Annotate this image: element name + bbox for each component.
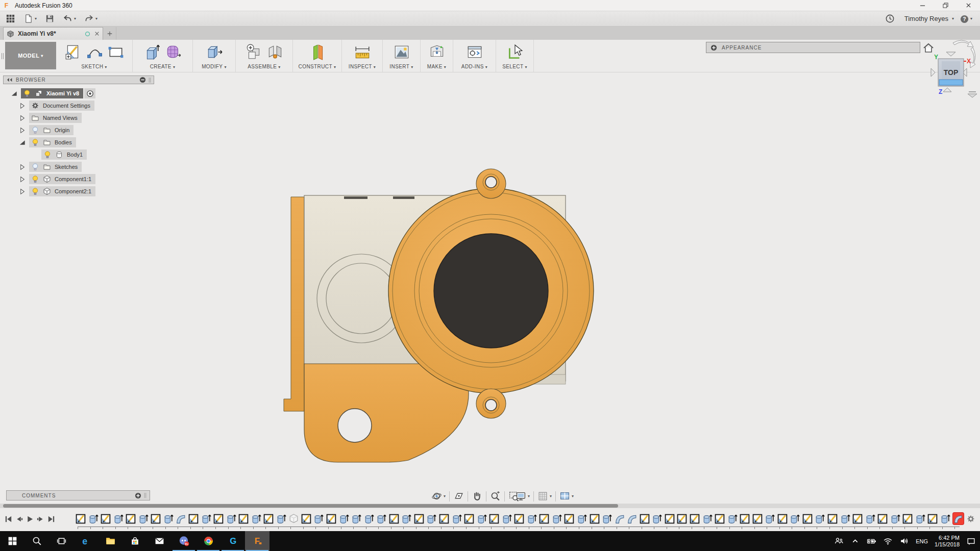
- expand-closed-icon[interactable]: [18, 176, 26, 183]
- timeline-feature-extrude[interactable]: [652, 513, 663, 524]
- workspace-switcher[interactable]: MODEL▾: [5, 42, 56, 69]
- timeline-feature-fillet-selected[interactable]: [953, 513, 964, 524]
- tree-item-chip[interactable]: Bodies: [29, 137, 76, 147]
- visibility-bulb-on-icon[interactable]: [23, 89, 31, 97]
- undo-button[interactable]: ▾: [60, 13, 79, 25]
- horizontal-scrollbar-thumb[interactable]: [3, 504, 618, 508]
- tree-item-chip[interactable]: Xiaomi Yi v8: [21, 88, 83, 98]
- taskbar-discord-button[interactable]: 9+: [172, 531, 196, 551]
- timeline-feature-extrude[interactable]: [376, 513, 387, 524]
- timeline-feature-extrude[interactable]: [890, 513, 901, 524]
- timeline-feature-extrude[interactable]: [840, 513, 851, 524]
- timeline-ruler[interactable]: [78, 527, 960, 529]
- timeline-feature-extrude[interactable]: [865, 513, 876, 524]
- timeline-feature-sketch[interactable]: [101, 513, 111, 524]
- remove-panel-icon[interactable]: [139, 77, 146, 83]
- timeline-feature-extrude[interactable]: [502, 513, 512, 524]
- visibility-bulb-off-icon[interactable]: [31, 126, 39, 134]
- zoom-button[interactable]: [488, 490, 503, 503]
- new-component-icon[interactable]: [244, 42, 263, 62]
- comments-grip-icon[interactable]: [144, 492, 146, 498]
- battery-icon[interactable]: [867, 536, 876, 546]
- tree-item-xiaomi-yi-v8[interactable]: Xiaomi Yi v8: [3, 88, 154, 98]
- activate-component-radio[interactable]: [84, 88, 95, 98]
- timeline-feature-sketch[interactable]: [76, 513, 86, 524]
- ribbon-grip[interactable]: [0, 40, 5, 72]
- ribbon-group-label[interactable]: INSPECT▾: [349, 64, 376, 69]
- timeline-feature-fillet[interactable]: [615, 513, 625, 524]
- insert-image-icon[interactable]: [392, 42, 411, 62]
- tree-item-chip[interactable]: Origin: [29, 125, 74, 135]
- collapse-panel-icon[interactable]: [6, 77, 13, 83]
- expand-appearance-icon[interactable]: [710, 44, 717, 51]
- new-tab-button[interactable]: [103, 27, 116, 40]
- timeline-feature-sketch[interactable]: [514, 513, 525, 524]
- display-settings-button[interactable]: ▾: [513, 490, 532, 503]
- panel-grip-icon[interactable]: [149, 77, 151, 83]
- timeline-feature-sketch[interactable]: [238, 513, 249, 524]
- timeline-feature-sketch[interactable]: [827, 513, 838, 524]
- tab-close-icon[interactable]: [94, 31, 100, 36]
- people-icon[interactable]: [834, 536, 844, 546]
- taskbar-task-view-button[interactable]: [49, 531, 74, 551]
- timeline-feature-sketch[interactable]: [464, 513, 475, 524]
- timeline-feature-sketch[interactable]: [715, 513, 725, 524]
- timeline-skip-start-button[interactable]: [4, 515, 13, 523]
- tree-item-document-settings[interactable]: Document Settings: [3, 101, 154, 111]
- timeline-feature-extrude[interactable]: [477, 513, 487, 524]
- timeline-feature-sketch[interactable]: [439, 513, 450, 524]
- job-status-clock-icon[interactable]: [883, 13, 897, 25]
- timeline-settings-gear-icon[interactable]: [966, 514, 975, 523]
- save-button[interactable]: [42, 13, 57, 25]
- timeline-feature-extrude[interactable]: [251, 513, 262, 524]
- timeline-feature-extrude[interactable]: [452, 513, 462, 524]
- timeline-feature-body[interactable]: [288, 513, 299, 524]
- timeline-feature-sketch[interactable]: [590, 513, 600, 524]
- appearance-panel-bar[interactable]: APPEARANCE: [706, 42, 920, 53]
- view-cube[interactable]: TOP Y X Z: [918, 37, 980, 102]
- timeline-feature-sketch[interactable]: [213, 513, 224, 524]
- tree-item-component2-1[interactable]: Component2:1: [3, 186, 154, 196]
- timeline-feature-sketch[interactable]: [539, 513, 550, 524]
- pan-button[interactable]: [470, 490, 484, 503]
- user-menu[interactable]: Timothy Reyes: [904, 15, 948, 22]
- tree-item-component1-1[interactable]: Component1:1: [3, 174, 154, 184]
- timeline-feature-sketch[interactable]: [414, 513, 425, 524]
- tree-item-named-views[interactable]: Named Views: [3, 113, 154, 123]
- expand-closed-icon[interactable]: [18, 188, 26, 195]
- timeline-feature-sketch[interactable]: [263, 513, 274, 524]
- select-icon[interactable]: [505, 42, 525, 62]
- timeline-skip-end-button[interactable]: [47, 515, 56, 523]
- timeline-feature-extrude[interactable]: [364, 513, 375, 524]
- ribbon-group-label[interactable]: CREATE▾: [150, 64, 176, 69]
- timeline-feature-sketch[interactable]: [927, 513, 938, 524]
- timeline-feature-extrude[interactable]: [339, 513, 350, 524]
- taskbar-store-button[interactable]: [122, 531, 147, 551]
- measure-icon[interactable]: [353, 42, 372, 62]
- look-at-button[interactable]: [451, 490, 466, 503]
- viewports-button[interactable]: ▾: [557, 490, 576, 503]
- tree-item-body1[interactable]: Body1: [3, 149, 154, 160]
- 3d-print-icon[interactable]: [427, 42, 447, 62]
- form-icon[interactable]: [164, 42, 183, 62]
- tree-item-sketches[interactable]: Sketches: [3, 162, 154, 172]
- timeline-feature-fillet[interactable]: [627, 513, 638, 524]
- timeline-feature-sketch[interactable]: [301, 513, 312, 524]
- expand-open-icon[interactable]: [18, 139, 26, 146]
- arc-icon[interactable]: [85, 42, 104, 62]
- expand-comments-icon[interactable]: [135, 492, 141, 499]
- visibility-bulb-on-icon[interactable]: [31, 175, 39, 183]
- tree-item-chip[interactable]: Sketches: [29, 162, 82, 172]
- taskbar-mail-button[interactable]: [147, 531, 172, 551]
- timeline-feature-sketch[interactable]: [564, 513, 575, 524]
- tree-item-chip[interactable]: Named Views: [29, 113, 82, 123]
- timeline-feature-sketch[interactable]: [877, 513, 888, 524]
- timeline-feature-extrude[interactable]: [276, 513, 287, 524]
- file-menu-button[interactable]: ▾: [21, 13, 39, 25]
- taskbar-start-button[interactable]: [0, 531, 24, 551]
- ribbon-group-label[interactable]: CONSTRUCT▾: [299, 64, 336, 69]
- volume-icon[interactable]: [899, 536, 909, 546]
- timeline-feature-sketch[interactable]: [852, 513, 863, 524]
- timeline-feature-sketch[interactable]: [389, 513, 400, 524]
- ribbon-group-label[interactable]: ADD-INS▾: [461, 64, 487, 69]
